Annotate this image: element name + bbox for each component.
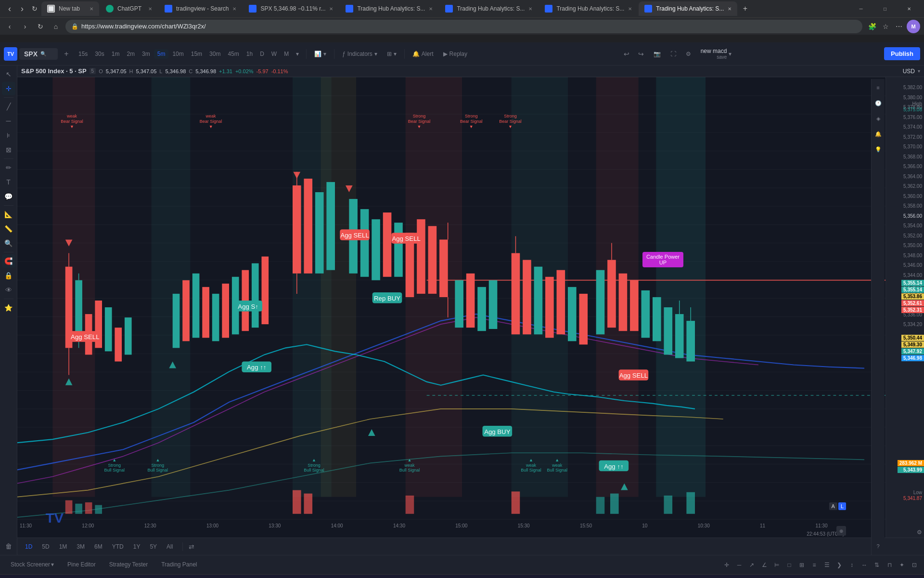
period-3m[interactable]: 3M [73,542,89,552]
draw-trend[interactable]: ↗ [746,559,757,571]
forward-nav-button[interactable]: › [19,21,31,32]
taskbar-explorer[interactable] [206,577,225,578]
taskbar-excel[interactable]: X [248,577,268,578]
redo-button[interactable]: ↪ [634,47,648,61]
tf-15s[interactable]: 15s [75,49,91,59]
tab-close-hub2[interactable]: ✕ [528,6,532,12]
callout-tool[interactable]: 💬 [2,190,15,203]
tab-trading-hub-4[interactable]: Trading Hub Analytics: S... ✕ [639,1,737,16]
period-all[interactable]: All [163,542,177,552]
tab-trading-panel[interactable]: Trading Panel [154,555,204,575]
tf-30m[interactable]: 30m [206,49,224,59]
multi-chart-button[interactable]: ⊞ ▾ [383,49,400,59]
undo-button[interactable]: ↩ [620,47,633,61]
publish-button[interactable]: Publish [884,47,920,60]
add-symbol-button[interactable]: + [60,47,73,61]
address-input[interactable]: 🔒 https://www.tradingview.com/chart/WZl3… [65,20,862,33]
l-button[interactable]: L [838,502,846,510]
reload-nav-button[interactable]: ↻ [35,21,46,32]
tf-30s[interactable]: 30s [91,49,107,59]
fullscreen-button[interactable]: ⛶ [667,49,680,59]
taskbar-word[interactable]: W [270,577,289,578]
taskbar-widgets[interactable] [142,577,162,578]
tf-more[interactable]: ▾ [293,49,302,59]
period-1m[interactable]: 1M [55,542,71,552]
period-6m[interactable]: 6M [90,542,106,552]
favorite-tool[interactable]: ⭐ [2,301,15,315]
home-button[interactable]: ⌂ [50,21,62,32]
cursor-tool[interactable]: ↖ [2,67,15,81]
zoom-tool[interactable]: 🔍 [2,236,15,250]
draw-more[interactable]: ❯ [834,559,845,571]
tf-1h[interactable]: 1h [243,49,256,59]
draw-star[interactable]: ✦ [896,559,908,571]
reset-button[interactable]: ⊕ [836,526,846,536]
maximize-button[interactable]: □ [874,1,896,16]
horizontal-line-tool[interactable]: ─ [2,114,15,128]
tab-stock-screener[interactable]: Stock Screener ▾ [4,555,61,575]
settings-button[interactable]: ⚙ [682,49,695,59]
user-menu[interactable]: new macd save ▾ [697,48,736,60]
new-tab-button[interactable]: + [738,2,752,15]
taskbar-tradingview[interactable]: TV [227,577,246,578]
draw-bracket[interactable]: ⊓ [884,559,895,571]
tf-1m[interactable]: 1m [108,49,123,59]
draw-hrange[interactable]: ↔ [859,559,870,571]
snapshot-button[interactable]: 📷 [650,49,665,59]
taskbar-chrome[interactable] [185,577,204,578]
draw-angle[interactable]: ∠ [758,559,770,571]
draw-vrange[interactable]: ⇅ [871,559,883,571]
tab-spx[interactable]: SPX 5,346.98 −0.11% r... ✕ [243,1,339,16]
delete-tool[interactable]: 🗑 [2,539,15,553]
back-nav-button[interactable]: ‹ [4,21,15,32]
trendline-tool[interactable]: ╱ [2,100,15,113]
tf-15m[interactable]: 15m [188,49,205,59]
profile-button[interactable]: M [907,20,920,33]
reload-button[interactable]: ↻ [29,3,40,14]
tab-strategy-tester[interactable]: Strategy Tester [103,555,154,575]
calendar-button[interactable]: 🕐 [872,96,885,110]
chart-type-button[interactable]: 📊 ▾ [310,49,330,59]
alert-panel-button[interactable]: 🔔 [872,127,885,141]
lock-tool[interactable]: 🔒 [2,269,15,282]
tf-2m[interactable]: 2m [123,49,138,59]
tab-new-tab[interactable]: New tab ✕ [41,1,99,16]
magnet-tool[interactable]: 🧲 [2,254,15,268]
text-tool[interactable]: T [2,175,15,189]
indicators-button[interactable]: ƒ Indicators ▾ [338,49,381,59]
tab-close-spx[interactable]: ✕ [329,6,333,12]
price-scale-settings[interactable]: ⚙ [917,529,922,536]
eye-tool[interactable]: 👁 [2,283,15,297]
draw-rect[interactable]: □ [783,559,795,571]
crosshair-tool[interactable]: ✛ [2,82,15,95]
period-1y[interactable]: 1Y [129,542,144,552]
tf-45m[interactable]: 45m [224,49,242,59]
taskbar-start[interactable] [2,577,21,578]
layers-button[interactable]: ◈ [872,112,885,125]
alert-button[interactable]: 🔔 Alert [409,49,437,59]
tab-close-chatgpt[interactable]: ✕ [148,6,152,12]
pattern-tool[interactable]: 📐 [2,208,15,221]
minimize-button[interactable]: ─ [850,1,872,16]
tab-trading-hub-3[interactable]: Trading Hub Analytics: S... ✕ [539,1,638,16]
favorites-button[interactable]: ☆ [880,21,891,32]
tf-W[interactable]: W [268,49,280,59]
tf-10m[interactable]: 10m [169,49,187,59]
draw-gann[interactable]: ☰ [821,559,833,571]
draw-cursor[interactable]: ✛ [721,559,732,571]
brush-tool[interactable]: ✏ [2,161,15,174]
browser-menu-button[interactable]: ⋯ [893,21,905,32]
tab-close-hub1[interactable]: ✕ [429,6,433,12]
taskbar-task-view[interactable] [121,577,141,578]
period-5d[interactable]: 5D [38,542,53,552]
draw-fib[interactable]: ≡ [808,559,820,571]
period-ytd[interactable]: YTD [108,542,128,552]
extensions-button[interactable]: 🧩 [866,21,878,32]
fib-tool[interactable]: ⊧ [2,129,15,142]
symbol-search[interactable]: SPX 🔍 [19,48,58,60]
tab-close-new-tab[interactable]: ✕ [90,6,93,12]
tab-close-tv-search[interactable]: ✕ [232,6,236,12]
close-button[interactable]: ✕ [898,1,920,16]
draw-hor[interactable]: ⊨ [771,559,783,571]
chart-canvas[interactable]: Agg SELL Agg SELL Agg S↑ Rep BUY Agg ↑↑ … [17,77,924,538]
